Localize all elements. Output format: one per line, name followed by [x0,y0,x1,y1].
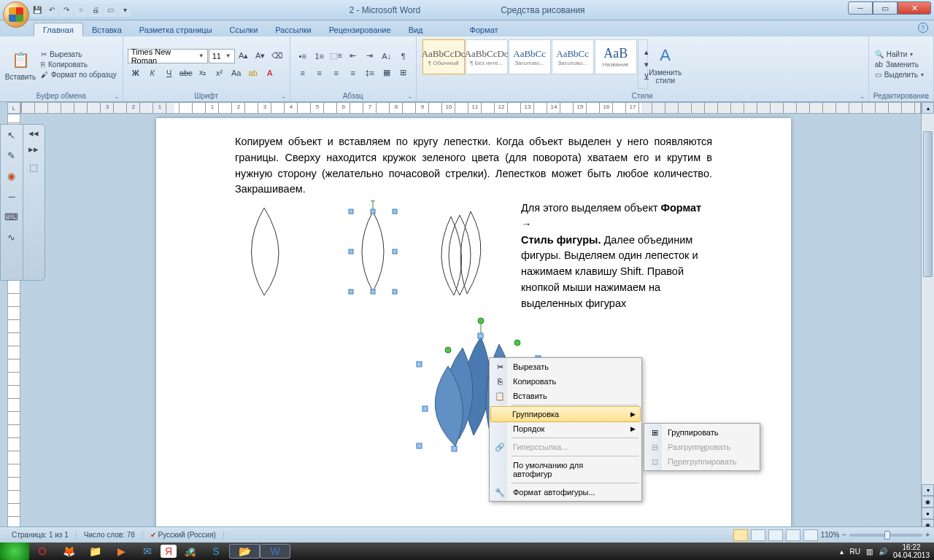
taskbar-yandex-icon[interactable]: Я [161,545,177,558]
tab-format[interactable]: Формат [461,23,507,36]
paste-button[interactable]: 📋 Вставить [4,38,36,90]
keyboard-tool-icon[interactable]: ⌨ [1,206,23,227]
office-button[interactable] [3,1,29,28]
curve-tool-icon[interactable]: ∿ [1,227,23,247]
style-item[interactable]: AaBbCcDc¶ Обычный [422,39,465,74]
subscript-button[interactable]: x₂ [195,66,211,80]
ctx-default-autoshape[interactable]: По умолчанию для автофигур [491,458,640,481]
start-button[interactable] [0,542,29,560]
view-print-layout-button[interactable] [733,529,748,541]
taskbar-firefox-icon[interactable]: 🦊 [55,543,82,559]
style-item[interactable]: AaBbCcЗаголово... [509,39,551,74]
style-item[interactable]: AaBНазвание [595,39,637,74]
font-name-select[interactable]: Times New Roman▼ [128,49,208,63]
palette-nav-icon[interactable]: ◂◂ [23,125,45,141]
tab-insert[interactable]: Вставка [83,23,131,36]
scrollbar-thumb[interactable] [923,131,933,277]
petal-shape-2-selected[interactable] [333,201,413,303]
view-web-button[interactable] [768,529,783,541]
underline-button[interactable]: Ч [161,66,177,80]
align-left-button[interactable]: ≡ [295,66,311,80]
line-spacing-button[interactable]: ‡≡ [362,66,378,80]
tray-lang[interactable]: RU [849,548,860,556]
grow-font-icon[interactable]: A▴ [236,49,252,63]
status-page[interactable]: Страница: 1 из 1 [4,531,77,539]
tab-layout[interactable]: Разметка страницы [131,23,221,36]
tab-mailings[interactable]: Рассылки [266,23,320,36]
petal-shape-1[interactable] [235,201,323,303]
line-tool-icon[interactable]: ─ [1,186,23,206]
taskbar-opera-icon[interactable]: O [29,543,55,559]
tray-clock[interactable]: 16:2204.04.2013 [893,543,930,559]
horizontal-ruler[interactable]: 3211234567891011121314151617 [20,102,921,114]
strike-button[interactable]: abc [178,66,194,80]
view-outline-button[interactable] [786,529,800,541]
scroll-up-icon[interactable]: ▴ [922,102,934,114]
ctx-group[interactable]: Группировка▶ [490,406,641,422]
browse-object-icon[interactable]: ● [922,508,934,519]
select-button[interactable]: ▭Выделить▾ [873,70,929,79]
clear-format-icon[interactable]: ⌫ [269,49,285,63]
taskbar-app-icon[interactable]: 🚜 [177,543,203,559]
indent-dec-button[interactable]: ⇤ [345,49,361,63]
redo-icon[interactable]: ↷ [60,4,73,17]
taskbar-player-icon[interactable]: ▶ [108,543,134,559]
style-item[interactable]: AaBbCcЗаголово... [552,39,594,74]
drawing-tool-palette[interactable]: ↖ ✎ ◉ ─ ⌨ ∿ ◂◂ ▸▸ ⬚ [0,124,45,281]
close-button[interactable]: ✕ [898,1,931,15]
zoom-slider[interactable] [849,534,922,537]
copy-button[interactable]: ⎘Копировать [39,60,118,69]
tab-references[interactable]: Ссылки [221,23,267,36]
view-fullscreen-button[interactable] [751,529,765,541]
taskbar-skype-icon[interactable]: S [203,543,229,559]
cut-button[interactable]: ✂Вырезать [39,50,118,59]
justify-button[interactable]: ≡ [345,66,361,80]
zoom-out-button[interactable]: − [842,531,846,539]
zoom-in-button[interactable]: + [925,531,930,539]
ctx-order[interactable]: Порядок▶ [491,421,640,436]
multilevel-button[interactable]: ⬚≡ [328,49,344,63]
borders-button[interactable]: ⊞ [395,66,412,80]
tab-review[interactable]: Рецензирование [320,23,400,36]
taskbar-mail-icon[interactable]: ✉ [134,543,161,559]
change-styles-button[interactable]: A Изменить стили [649,38,682,90]
taskbar-explorer-icon[interactable]: 📁 [82,543,108,559]
help-icon[interactable]: ? [918,23,928,33]
sort-button[interactable]: A↓ [379,49,395,63]
show-marks-button[interactable]: ¶ [395,49,412,63]
replace-button[interactable]: abЗаменить [873,60,929,69]
vertical-scrollbar[interactable]: ▴ ▾ ◉ ● ◉ [921,102,934,531]
tray-network-icon[interactable]: 🔊 [879,548,887,556]
font-size-select[interactable]: 11▼ [209,49,235,63]
tab-home[interactable]: Главная [34,23,83,36]
style-item[interactable]: AaBbCcDc¶ Без инте... [466,39,508,74]
prev-page-icon[interactable]: ◉ [922,496,934,508]
zoom-level[interactable]: 110% [821,531,840,539]
highlight-button[interactable]: ab [245,66,261,80]
tray-flag-icon[interactable]: ▥ [866,548,873,556]
ctx-format-autoshape[interactable]: 🔧Формат автофигуры... [491,485,640,499]
change-case-button[interactable]: Aa [228,66,244,80]
align-center-button[interactable]: ≡ [312,66,328,80]
numbering-button[interactable]: 1≡ [312,49,328,63]
bullets-button[interactable]: •≡ [295,49,311,63]
save-icon[interactable]: 💾 [31,4,44,17]
indent-inc-button[interactable]: ⇥ [362,49,378,63]
qat-icon[interactable]: ▭ [104,4,117,17]
print-icon[interactable]: 🖨 [89,4,102,17]
status-language[interactable]: ✔ Русский (Россия) [143,531,224,539]
find-button[interactable]: 🔍Найти▾ [873,50,929,59]
status-words[interactable]: Число слов: 78 [77,531,143,539]
format-painter-button[interactable]: 🖌Формат по образцу [39,70,118,79]
qat-more-icon[interactable]: ▾ [118,4,131,17]
shrink-font-icon[interactable]: A▾ [252,49,269,63]
font-color-button[interactable]: A [262,66,278,80]
shading-button[interactable]: ▦ [379,66,395,80]
qat-icon[interactable]: ○ [74,4,88,17]
palette-tool-icon[interactable]: ⬚ [23,157,45,177]
style-gallery[interactable]: AaBbCcDc¶ Обычный AaBbCcDc¶ Без инте... … [421,38,649,90]
pencil-tool-icon[interactable]: ✎ [1,145,23,166]
bold-button[interactable]: Ж [128,66,144,80]
ctx-paste[interactable]: 📋Вставить [491,389,640,403]
italic-button[interactable]: К [144,66,161,80]
